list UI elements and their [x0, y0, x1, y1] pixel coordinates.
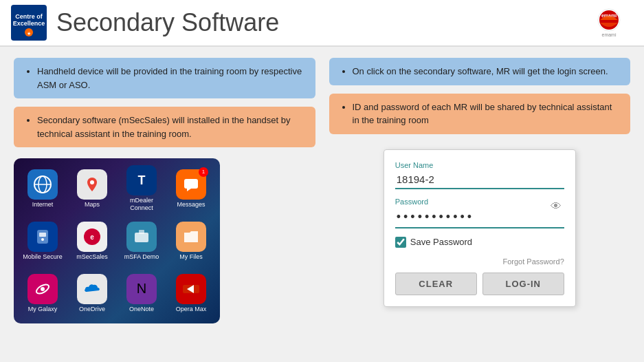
password-input[interactable]	[395, 207, 564, 228]
app-msfa[interactable]: mSFA Demo	[118, 216, 165, 266]
app-onenote-label: OneNote	[129, 306, 154, 313]
username-label: User Name	[395, 161, 564, 169]
app-msfa-label: mSFA Demo	[124, 253, 159, 261]
svg-point-13	[90, 180, 94, 184]
login-container: User Name Password 👁 Save Password Forgo…	[329, 142, 631, 352]
app-internet-label: Internet	[32, 201, 54, 209]
app-myfiles[interactable]: My Files	[168, 216, 214, 266]
bullet-box-2: Secondary software (mSecSales) will inst…	[14, 107, 315, 147]
login-button[interactable]: LOG-IN	[482, 273, 564, 295]
app-messages[interactable]: 1 Messages	[168, 164, 214, 213]
app-myfiles-label: My Files	[179, 253, 203, 261]
left-panel: Handheld device will be provided in the …	[14, 58, 315, 351]
save-password-label: Save Password	[410, 237, 472, 247]
svg-point-18	[41, 238, 44, 241]
page-title: Secondary Software	[56, 8, 585, 37]
svg-rect-21	[135, 233, 148, 242]
app-internet[interactable]: Internet	[19, 164, 66, 213]
username-input[interactable]	[395, 171, 564, 189]
right-bullet-1: On click on the secondary software, MR w…	[329, 58, 631, 85]
svg-rect-22	[139, 230, 144, 234]
app-mdealer[interactable]: T mDealer Connect	[118, 164, 165, 213]
forgot-row: Forgot Password?	[395, 255, 564, 267]
right-bullet-text-1: On click on the secondary software, MR w…	[353, 65, 620, 78]
coe-logo: Centre of Excellence ★	[11, 5, 47, 41]
app-opera-label: Opera Max	[176, 306, 207, 313]
emami-logo: emami emami	[585, 5, 633, 41]
phone-area: Internet Maps T mDealer Connect	[14, 158, 315, 351]
app-msecsales-label: mSecSales	[76, 253, 108, 261]
app-mobile-secure[interactable]: Mobile Secure	[19, 216, 66, 266]
svg-text:e: e	[90, 233, 94, 241]
app-messages-label: Messages	[177, 201, 205, 209]
app-mygalaxy[interactable]: My Galaxy	[19, 268, 66, 318]
bullet-text-2: Secondary software (mSecSales) will inst…	[37, 114, 304, 140]
app-maps-label: Maps	[85, 201, 100, 209]
main-content: Handheld device will be provided in the …	[0, 47, 644, 362]
app-onenote[interactable]: N OneNote	[118, 268, 165, 318]
password-row: Password 👁	[395, 198, 564, 237]
header: Centre of Excellence ★ Secondary Softwar…	[0, 0, 644, 47]
save-password-row: Save Password	[395, 237, 564, 248]
svg-rect-14	[184, 179, 198, 189]
save-password-checkbox[interactable]	[395, 237, 406, 248]
svg-point-24	[41, 287, 45, 291]
app-maps[interactable]: Maps	[69, 164, 115, 213]
eye-icon[interactable]: 👁	[551, 200, 562, 213]
right-bullet-2: ID and password of each MR will be share…	[329, 94, 631, 134]
svg-text:Excellence: Excellence	[13, 20, 45, 27]
app-mobile-secure-label: Mobile Secure	[23, 253, 63, 261]
button-row: CLEAR LOG-IN	[395, 273, 564, 295]
app-opera[interactable]: Opera Max	[168, 268, 214, 318]
svg-marker-15	[187, 189, 191, 191]
login-box: User Name Password 👁 Save Password Forgo…	[384, 149, 576, 307]
right-bullet-text-2: ID and password of each MR will be share…	[353, 100, 620, 127]
svg-text:Centre of: Centre of	[15, 13, 43, 20]
app-onedrive-label: OneDrive	[79, 306, 105, 313]
phone-screen: Internet Maps T mDealer Connect	[14, 158, 220, 323]
forgot-password-link[interactable]: Forgot Password?	[502, 257, 564, 266]
svg-text:★: ★	[27, 31, 31, 36]
password-label: Password	[395, 198, 564, 206]
svg-rect-17	[39, 233, 46, 237]
clear-button[interactable]: CLEAR	[395, 273, 477, 295]
app-msecsales[interactable]: e mSecSales	[69, 216, 115, 266]
bullet-box-1: Handheld device will be provided in the …	[14, 58, 315, 98]
svg-text:emami: emami	[601, 32, 616, 37]
right-panel: On click on the secondary software, MR w…	[329, 58, 631, 351]
app-onedrive[interactable]: OneDrive	[69, 268, 115, 318]
app-mygalaxy-label: My Galaxy	[28, 306, 58, 313]
bullet-text-1: Handheld device will be provided in the …	[37, 65, 304, 92]
app-mdealer-label: mDealer Connect	[118, 197, 165, 212]
